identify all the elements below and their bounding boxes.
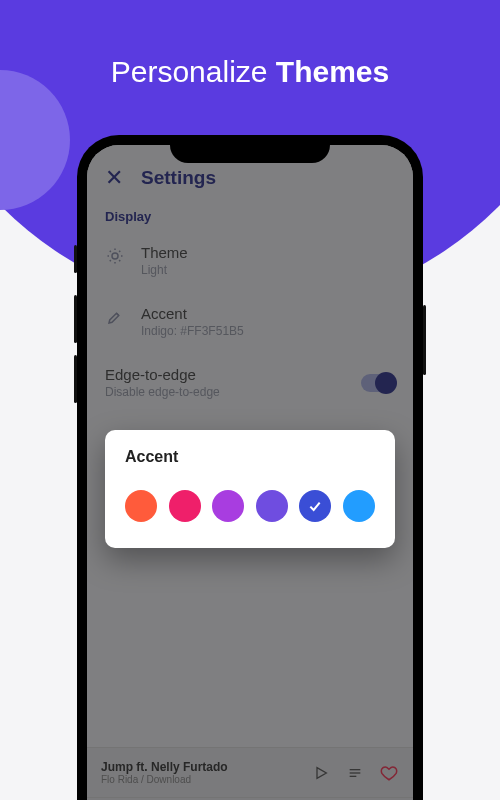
accent-swatch-1[interactable] [169,490,201,522]
phone-volume-up [74,295,77,343]
accent-swatch-2[interactable] [212,490,244,522]
accent-modal: Accent [105,430,395,548]
accent-swatch-3[interactable] [256,490,288,522]
accent-swatch-4[interactable] [299,490,331,522]
phone-power-button [423,305,426,375]
app-screen: ✕ Settings Display Theme Light Accent [87,145,413,800]
phone-mute-switch [74,245,77,273]
accent-swatch-0[interactable] [125,490,157,522]
hero-title-b: Themes [276,55,389,88]
accent-swatches [125,490,375,522]
phone-volume-down [74,355,77,403]
accent-modal-title: Accent [125,448,375,466]
hero-title: Personalize Themes [0,55,500,89]
accent-swatch-5[interactable] [343,490,375,522]
phone-notch [170,135,330,163]
phone-mockup: ✕ Settings Display Theme Light Accent [77,135,423,800]
hero-title-a: Personalize [111,55,268,88]
